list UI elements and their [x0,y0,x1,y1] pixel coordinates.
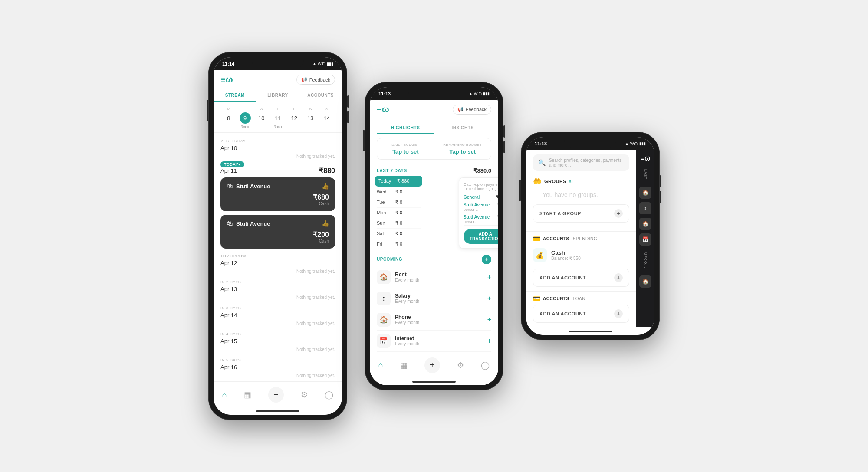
side-calendar-icon[interactable]: 📅 [639,233,651,246]
upcoming-section: UPCOMING + 🏠 Rent Every month + ↕ [370,250,498,352]
phone2: 11:13 ▲WiFi▮▮▮ ≡ω 📢 Feedback [365,82,503,390]
transaction-1[interactable]: 🛍 Stuti Avenue 👍 ₹680 Cash [220,177,335,211]
search-bar[interactable]: 🔍 Search profiles, categories, payments … [533,154,629,171]
cal-day-sat[interactable]: S 13 [305,107,316,129]
like-icon-1[interactable]: 👍 [322,183,329,190]
upcoming-salary[interactable]: ↕ Salary Every month + [377,288,491,309]
side-home-icon[interactable]: 🏠 [639,187,651,199]
phone3-main: 🔍 Search profiles, categories, payments … [526,150,654,327]
phone1-feedback-button[interactable]: 📢 Feedback [296,75,335,85]
upcoming-header: UPCOMING + [377,250,491,267]
side-transfer-icon[interactable]: ↕ [639,202,651,214]
future-1-date: Apr 13 [220,286,335,292]
tab-stream[interactable]: STREAM [214,88,256,102]
like-icon-2[interactable]: 👍 [322,220,329,227]
day-tue[interactable]: Tue ₹ 0 [377,197,421,208]
phone-icon: 🏠 [377,313,391,327]
cal-day-fri[interactable]: F 12 [289,107,300,129]
future-4-note: Nothing tracked yet. [220,373,335,378]
cash-icon: 💰 [533,248,547,262]
phone3-wrapper: 11:13 ▲WiFi▮▮▮ 🔍 Search profiles, catego… [521,132,660,340]
upcoming-rent[interactable]: 🏠 Rent Every month + [377,267,491,288]
cal-day-mon[interactable]: M 8 [223,107,234,129]
phone-add-icon[interactable]: + [487,316,491,324]
future-4-date: Apr 16 [220,364,335,370]
add-account-loan-button[interactable]: ADD AN ACCOUNT + [533,305,629,323]
phone1-logo: ≡ω [220,75,233,85]
start-group-plus-icon: + [614,209,623,218]
cal-day-sun[interactable]: S 14 [321,107,332,129]
transaction-2-icon: 🛍 [227,220,233,227]
add-transaction-button[interactable]: ADD A TRANSACTION [464,229,498,244]
day-fri[interactable]: Fri ₹ 0 [377,239,421,249]
tab-library[interactable]: LIBRARY [256,88,299,102]
day-mon[interactable]: Mon ₹ 0 [377,208,421,218]
account-loan-icon: 💳 [533,295,540,302]
phone2-feedback-button[interactable]: 📢 Feedback [453,105,491,115]
nav-settings-1[interactable]: ⚙ [301,390,308,400]
accounts-loan-header: 💳 ACCOUNTS loan [533,295,629,302]
transaction-popup: Catch-up on payments for real-time highl… [459,177,498,249]
side-home-bottom-icon[interactable]: 🏠 [639,275,651,288]
phone2-bottom-nav: ⌂ ▦ + ⚙ ◯ [370,352,498,377]
daily-budget[interactable]: DAILY BUDGET Tap to set [377,138,434,159]
popup-item-1[interactable]: Stuti Avenue personal ₹680 Cash [464,201,498,213]
yesterday-date: Apr 10 [220,145,335,151]
transaction-2[interactable]: 🛍 Stuti Avenue 👍 ₹200 Cash [220,215,335,249]
upcoming-phone[interactable]: 🏠 Phone Every month + [377,309,491,331]
popup-item-2[interactable]: Stuti Avenue personal ₹200 Cash [464,213,498,226]
rent-add-icon[interactable]: + [487,273,491,281]
groups-header: 🤲 GROUPS all [533,177,629,185]
budget-section: DAILY BUDGET Tap to set REMAINING BUDGET… [377,138,491,160]
phone2-time: 11:13 [378,91,391,96]
account-spending-icon: 💳 [533,235,540,242]
remaining-budget[interactable]: REMAINING BUDGET Tap to set [434,138,491,159]
day-sun[interactable]: Sun ₹ 0 [377,218,421,229]
day-sat[interactable]: Sat ₹ 0 [377,229,421,239]
search-icon: 🔍 [538,159,546,166]
phone3-status-icons: ▲WiFi▮▮▮ [625,141,646,146]
day-today[interactable]: Today ₹ 880 [375,176,422,187]
side-house-icon[interactable]: 🏠 [639,218,651,230]
phone1-header: ≡ω 📢 Feedback [214,70,342,88]
phone2-logo: ≡ω [377,105,389,115]
cal-day-tue[interactable]: T 9 ₹880 [240,107,251,129]
last7-header: LAST 7 DAYS ₹880.0 [370,164,498,176]
nav-home-1[interactable]: ⌂ [222,390,227,400]
add-account-spending-plus: + [614,273,623,282]
nav-person-1[interactable]: ◯ [325,390,333,400]
phone2-home-indicator [370,377,498,385]
nav-person-2[interactable]: ◯ [481,361,490,370]
internet-icon: 📅 [377,334,391,348]
cal-day-wed[interactable]: W 10 [256,107,267,129]
salary-add-icon[interactable]: + [487,295,491,302]
day-wed[interactable]: Wed ₹ 0 [377,187,421,197]
tab-accounts[interactable]: ACCOUNTS [299,88,342,102]
tomorrow-date: Apr 12 [220,260,335,266]
upcoming-section-label: UPCO... [644,252,648,269]
phone2-status-icons: ▲WiFi▮▮▮ [469,92,490,96]
cal-day-thu[interactable]: T 11 ₹880 [272,107,283,129]
side-icons: 🏠 ↕ 🏠 📅 [639,187,651,246]
add-account-spending-button[interactable]: ADD AN ACCOUNT + [533,269,629,287]
future-1-label: In 2 days [220,280,335,284]
nav-calendar-2[interactable]: ▦ [400,361,408,370]
tab-insights[interactable]: INSIGHTS [434,122,491,134]
future-1-note: Nothing tracked yet. [220,295,335,300]
nav-settings-2[interactable]: ⚙ [457,361,464,370]
search-placeholder-text: Search profiles, categories, payments an… [549,158,624,167]
nav-add-2[interactable]: + [424,357,440,373]
upcoming-internet[interactable]: 📅 Internet Every month + [377,331,491,352]
tab-highlights[interactable]: HIGHLIGHTS [377,122,434,134]
today-label: TODAY● [220,162,246,167]
popup-general[interactable]: General ₹ 880 [464,193,498,201]
phone1: 11:14 ▲WiFi▮▮▮ ≡ω 📢 Feedback [208,52,347,420]
nav-add-1[interactable]: + [268,387,284,403]
account-cash[interactable]: 💰 Cash Balance: ₹-550 [533,245,629,266]
internet-add-icon[interactable]: + [487,337,491,345]
start-group-button[interactable]: START A GROUP + [533,204,629,223]
nav-calendar-1[interactable]: ▦ [244,390,251,400]
phone3-time: 11:13 [535,141,547,146]
nav-home-2[interactable]: ⌂ [378,361,383,370]
upcoming-add-button[interactable]: + [482,255,491,264]
